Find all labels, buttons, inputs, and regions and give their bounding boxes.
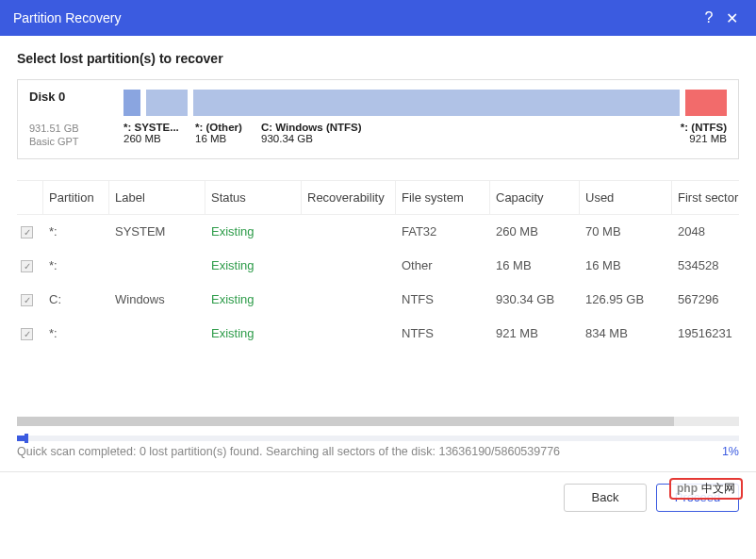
page-subtitle: Select lost partition(s) to recover <box>17 51 739 66</box>
status-text: Quick scan completed: 0 lost partition(s… <box>17 445 722 458</box>
cell-partition: *: <box>43 258 109 272</box>
cell-status: Existing <box>205 326 302 340</box>
disk-segments <box>123 90 727 116</box>
cell-first-sector: 19516231 <box>672 326 739 340</box>
partition-table: Partition Label Status Recoverability Fi… <box>17 180 739 351</box>
cell-filesystem: NTFS <box>396 292 490 306</box>
progress-knob <box>25 434 28 443</box>
cell-label: Windows <box>109 292 205 306</box>
status-line: Quick scan completed: 0 lost partition(s… <box>17 445 739 458</box>
col-used[interactable]: Used <box>580 181 672 214</box>
segment-label: *: (NTFS) 921 MB <box>674 122 727 149</box>
watermark-text: 中文网 <box>701 481 735 497</box>
cell-first-sector: 567296 <box>672 292 739 306</box>
disk-segment[interactable] <box>146 90 188 116</box>
cell-label: SYSTEM <box>109 224 205 238</box>
cell-capacity: 921 MB <box>490 326 580 340</box>
cell-used: 16 MB <box>580 258 672 272</box>
segment-label: *: SYSTE... 260 MB <box>123 122 189 149</box>
disk-info: Disk 0 <box>29 90 123 116</box>
watermark-logo: php <box>677 482 698 495</box>
cell-used: 834 MB <box>580 326 672 340</box>
back-button[interactable]: Back <box>564 484 647 512</box>
status-percent: 1% <box>722 445 739 458</box>
progress-fill <box>17 436 25 441</box>
table-body: ✓*:SYSTEMExistingFAT32260 MB70 MB2048✓*:… <box>17 215 739 351</box>
disk-bar: Disk 0 <box>29 90 727 116</box>
row-checkbox[interactable]: ✓ <box>17 258 43 272</box>
row-checkbox[interactable]: ✓ <box>17 224 43 238</box>
footer: php 中文网 Back Proceed <box>0 471 756 523</box>
titlebar: Partition Recovery ? ✕ <box>0 0 756 36</box>
disk-meta: 931.51 GB Basic GPT <box>29 122 123 149</box>
cell-first-sector: 534528 <box>672 258 739 272</box>
col-first-sector[interactable]: First sector <box>672 181 739 214</box>
disk-name: Disk 0 <box>29 90 123 104</box>
segment-label: C: Windows (NTFS) 930.34 GB <box>261 122 668 149</box>
window-title: Partition Recovery <box>13 10 698 25</box>
cell-status: Existing <box>205 292 302 306</box>
row-checkbox[interactable]: ✓ <box>17 292 43 306</box>
watermark: php 中文网 <box>669 478 743 500</box>
cell-capacity: 260 MB <box>490 224 580 238</box>
progress-section: Quick scan completed: 0 lost partition(s… <box>17 436 739 458</box>
cell-filesystem: NTFS <box>396 326 490 340</box>
cell-partition: *: <box>43 224 109 238</box>
table-row[interactable]: ✓*:SYSTEMExistingFAT32260 MB70 MB2048 <box>17 215 739 249</box>
disk-segment[interactable] <box>123 90 140 116</box>
horizontal-scrollbar[interactable] <box>17 417 739 426</box>
table-row[interactable]: ✓*:ExistingOther16 MB16 MB534528 <box>17 249 739 283</box>
cell-capacity: 930.34 GB <box>490 292 580 306</box>
row-checkbox[interactable]: ✓ <box>17 326 43 340</box>
cell-filesystem: Other <box>396 258 490 272</box>
disk-segment[interactable] <box>193 90 680 116</box>
cell-status: Existing <box>205 258 302 272</box>
segment-label: *: (Other) 16 MB <box>195 122 255 149</box>
cell-status: Existing <box>205 224 302 238</box>
cell-first-sector: 2048 <box>672 224 739 238</box>
col-status[interactable]: Status <box>205 181 302 214</box>
progress-bar <box>17 436 739 441</box>
table-row[interactable]: ✓C:WindowsExistingNTFS930.34 GB126.95 GB… <box>17 283 739 317</box>
cell-capacity: 16 MB <box>490 258 580 272</box>
col-filesystem[interactable]: File system <box>396 181 490 214</box>
disk-card: Disk 0 931.51 GB Basic GPT *: SYSTE... 2… <box>17 79 739 159</box>
cell-partition: C: <box>43 292 109 306</box>
disk-segment[interactable] <box>685 90 727 116</box>
cell-partition: *: <box>43 326 109 340</box>
content-area: Select lost partition(s) to recover Disk… <box>0 36 756 458</box>
col-checkbox <box>17 181 43 214</box>
table-row[interactable]: ✓*:ExistingNTFS921 MB834 MB19516231 <box>17 317 739 351</box>
col-recoverability[interactable]: Recoverability <box>302 181 396 214</box>
cell-filesystem: FAT32 <box>396 224 490 238</box>
col-label[interactable]: Label <box>109 181 205 214</box>
close-icon[interactable]: ✕ <box>720 9 743 27</box>
scrollbar-thumb[interactable] <box>17 417 674 426</box>
cell-used: 126.95 GB <box>580 292 672 306</box>
help-icon[interactable]: ? <box>698 9 720 26</box>
cell-used: 70 MB <box>580 224 672 238</box>
col-partition[interactable]: Partition <box>43 181 109 214</box>
table-header: Partition Label Status Recoverability Fi… <box>17 181 739 215</box>
disk-labels-row: 931.51 GB Basic GPT *: SYSTE... 260 MB *… <box>29 122 727 149</box>
col-capacity[interactable]: Capacity <box>490 181 580 214</box>
